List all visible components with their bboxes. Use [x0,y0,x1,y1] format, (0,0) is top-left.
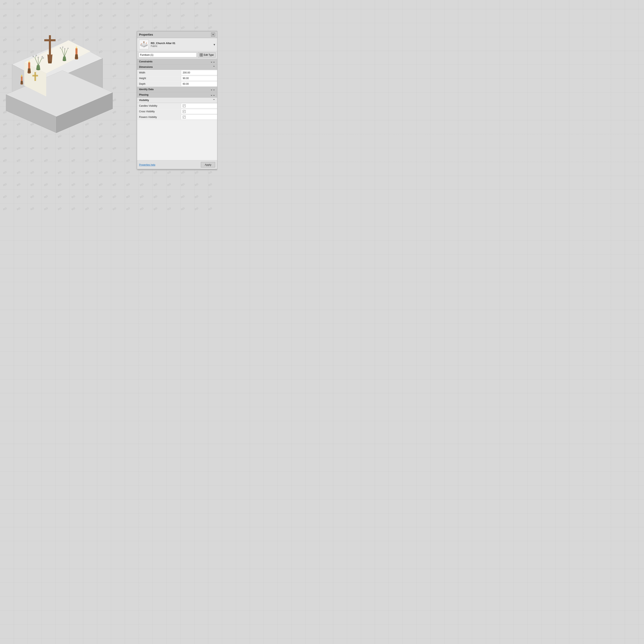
depth-value[interactable]: 60.00 [181,82,217,86]
svg-marker-44 [21,81,23,84]
candles-visibility-row: Candles Visibility [137,103,217,109]
identity-data-label: Identity Data [139,88,154,91]
phasing-section-header[interactable]: Phasing ⌄⌄ [137,92,217,98]
panel-title: Properties [139,33,153,36]
svg-point-56 [60,47,61,49]
svg-point-40 [42,56,43,57]
object-name: RD_Church Altar 01 [151,42,175,45]
svg-point-26 [76,46,77,48]
svg-marker-42 [21,84,23,85]
object-type: Fabric [151,45,175,47]
furniture-selector[interactable]: Furniture (1) [139,53,197,57]
svg-rect-18 [28,62,30,68]
flowers-visibility-label: Flowers Visibility [137,115,181,119]
properties-help-link[interactable]: Properties help [139,163,155,166]
cross-visibility-row: Cross Visibility [137,109,217,114]
height-value[interactable]: 90.00 [181,76,217,81]
svg-rect-14 [44,39,56,41]
object-info: RD_Church Altar 01 Fabric [151,42,175,47]
dimensions-section-header[interactable]: Dimensions ⌃ [137,64,217,70]
svg-point-20 [29,60,30,62]
candles-visibility-label: Candles Visibility [137,104,181,108]
edit-type-label: Edit Type [204,54,214,56]
svg-point-46 [21,75,22,77]
svg-point-38 [36,55,37,56]
svg-marker-17 [28,68,31,72]
svg-rect-66 [143,42,145,42]
candles-visibility-checkbox[interactable] [183,104,186,107]
svg-marker-15 [28,72,31,73]
width-row: Width 200.00 [137,70,217,75]
flowers-visibility-row: Flowers Visibility [137,114,217,120]
identity-data-section-header[interactable]: Identity Data ⌄⌄ [137,87,217,92]
phasing-arrow: ⌄⌄ [210,93,215,96]
dimensions-label: Dimensions [139,66,153,68]
constraints-arrow: ⌄⌄ [210,60,215,63]
cross-visibility-checkbox-cell [181,109,217,114]
svg-rect-68 [201,54,203,55]
panel-dropdown-arrow[interactable]: ▾ [214,43,215,46]
depth-label: Depth [137,82,181,86]
visibility-section-header[interactable]: Visibility ⌃ [137,98,217,103]
visibility-label: Visibility [139,99,149,102]
properties-panel: Properties × RD_Church Altar 01 Fabric ▾ [137,31,217,169]
flowers-visibility-checkbox[interactable] [183,116,186,119]
depth-row: Depth 60.00 [137,81,217,87]
svg-marker-11 [48,61,52,63]
width-label: Width [137,70,181,75]
panel-footer: Properties help Apply [137,160,217,169]
edit-type-icon [200,53,203,57]
dimensions-arrow: ⌃ [213,65,215,69]
altar-illustration [0,0,113,151]
constraints-label: Constraints [139,60,153,63]
svg-rect-67 [200,54,201,55]
svg-marker-10 [47,55,52,61]
flowers-visibility-checkbox-cell [181,115,217,119]
panel-content: Constraints ⌄⌄ Dimensions ⌃ Width 200.00… [137,59,217,160]
height-label: Height [137,76,181,81]
apply-button[interactable]: Apply [201,162,215,167]
object-icon [139,40,149,49]
svg-rect-45 [21,76,23,81]
svg-point-59 [68,48,69,49]
close-button[interactable]: × [211,33,215,37]
svg-rect-24 [75,48,77,54]
phasing-label: Phasing [139,93,149,96]
svg-rect-13 [49,35,51,55]
visibility-arrow: ⌃ [213,99,215,102]
svg-rect-70 [201,55,203,56]
svg-rect-64 [146,42,147,44]
panel-header: RD_Church Altar 01 Fabric ▾ [137,38,217,51]
svg-marker-23 [75,54,78,58]
svg-rect-63 [141,43,141,44]
identity-data-arrow: ⌄⌄ [210,88,215,91]
cross-visibility-label: Cross Visibility [137,109,181,114]
svg-point-39 [38,57,39,58]
svg-point-37 [33,56,34,57]
width-value[interactable]: 200.00 [181,70,217,75]
cross-visibility-checkbox[interactable] [183,110,186,113]
svg-rect-9 [32,75,38,76]
svg-point-58 [64,48,65,49]
selector-row: Furniture (1) Edit Type [137,51,217,59]
edit-type-button[interactable]: Edit Type [198,52,216,58]
svg-marker-21 [75,58,78,59]
scene-area [0,0,117,217]
panel-titlebar: Properties × [137,31,217,38]
svg-marker-48 [63,57,66,60]
svg-rect-69 [200,55,201,56]
constraints-section-header[interactable]: Constraints ⌄⌄ [137,59,217,64]
svg-point-41 [43,57,44,59]
svg-point-57 [62,47,63,48]
height-row: Height 90.00 [137,75,217,81]
candles-visibility-checkbox-cell [181,104,217,108]
empty-space [137,120,217,160]
